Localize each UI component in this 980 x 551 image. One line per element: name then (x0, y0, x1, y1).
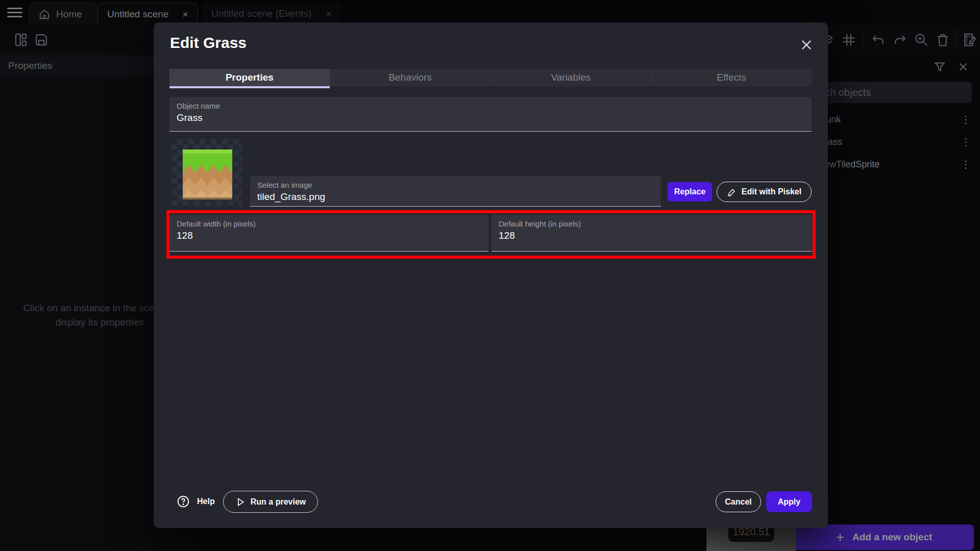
default-height-label: Default height (in pixels) (499, 219, 581, 228)
object-name-input[interactable] (177, 112, 806, 123)
dialog-tabs: Properties Behaviors Variables Effects (169, 69, 812, 86)
run-preview-button[interactable]: Run a preview (223, 491, 318, 513)
help-icon (177, 495, 190, 508)
apply-button[interactable]: Apply (766, 491, 812, 512)
object-name-field[interactable]: Object name (169, 97, 812, 132)
close-dialog-icon[interactable] (799, 38, 814, 52)
play-icon (235, 497, 246, 507)
grass-tile-image (183, 149, 232, 199)
select-image-field[interactable]: Select an image (250, 176, 661, 207)
default-width-field[interactable]: Default width (in pixels) (169, 215, 488, 252)
tab-properties[interactable]: Properties (169, 69, 330, 86)
pencil-icon (727, 187, 737, 197)
select-image-label: Select an image (257, 181, 312, 189)
cancel-button[interactable]: Cancel (716, 491, 761, 512)
gdevelop-editor: Home Untitled scene × Untitled scene (Ev… (0, 0, 980, 551)
edit-with-piskel-button[interactable]: Edit with Piskel (717, 182, 812, 202)
default-height-field[interactable]: Default height (in pixels) (492, 215, 812, 252)
default-width-input[interactable] (177, 230, 483, 241)
dialog-title: Edit Grass (170, 34, 247, 52)
image-filename-input[interactable] (257, 191, 656, 203)
object-name-label: Object name (177, 102, 220, 110)
default-width-label: Default width (in pixels) (177, 219, 256, 228)
tab-behaviors[interactable]: Behaviors (330, 69, 491, 86)
tab-effects[interactable]: Effects (651, 69, 812, 86)
tab-variables[interactable]: Variables (491, 69, 652, 86)
image-thumbnail[interactable] (172, 139, 242, 207)
edit-object-dialog: Edit Grass Properties Behaviors Variable… (154, 22, 828, 528)
help-button[interactable]: Help (177, 495, 215, 508)
default-height-input[interactable] (499, 230, 807, 241)
replace-image-button[interactable]: Replace (668, 182, 712, 202)
